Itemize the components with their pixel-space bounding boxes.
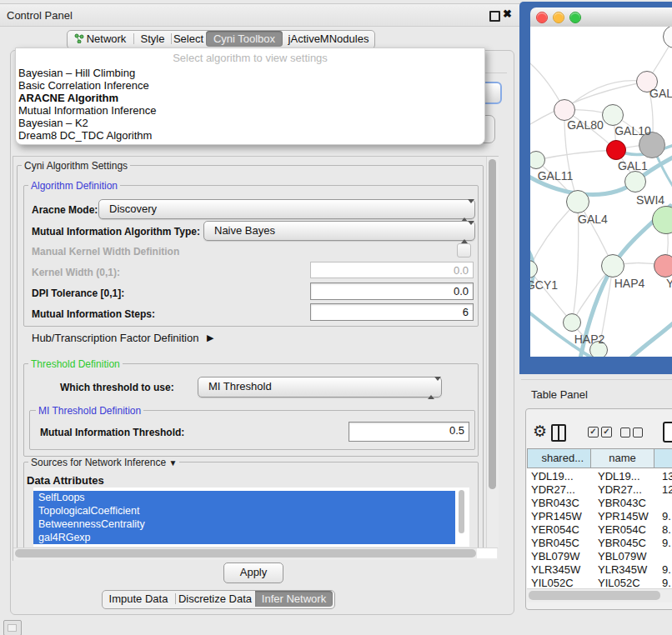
network-node-gal10[interactable]	[602, 104, 624, 126]
list-item[interactable]: gal4RGexp	[33, 531, 455, 544]
network-node-gal4[interactable]	[566, 190, 589, 213]
cell[interactable]: YDL19...	[527, 470, 591, 483]
data-attributes-list[interactable]: SelfLoops TopologicalCoefficient Between…	[33, 488, 469, 547]
cell[interactable]: 9.	[654, 577, 672, 588]
zoom-window-icon[interactable]	[569, 12, 581, 23]
column-header-partial[interactable]	[654, 448, 672, 468]
cell[interactable]: YIL052C	[591, 577, 654, 588]
cell[interactable]: 9.	[654, 563, 672, 577]
network-node-gal1[interactable]	[606, 140, 626, 160]
table-row[interactable]: YBR045CYBR045C9.	[527, 537, 672, 550]
table-row[interactable]: YDR27...YDR27...12	[527, 483, 672, 497]
tab-network[interactable]: Network	[68, 31, 132, 47]
popup-item-bayesian-hill[interactable]: Bayesian – Hill Climbing	[18, 67, 477, 79]
deselect-all-checkbox-icon[interactable]	[620, 428, 630, 438]
popup-item-basic-correlation[interactable]: Basic Correlation Inference	[18, 79, 477, 92]
table-row[interactable]: YDL19...YDL19...13	[527, 470, 672, 483]
cell[interactable]: YLR345W	[591, 563, 654, 577]
kernel-width-field[interactable]: 0.0	[310, 262, 474, 278]
expand-arrow-icon[interactable]: ▶	[207, 332, 213, 343]
network-node-hap4[interactable]	[601, 254, 624, 278]
cell[interactable]: YDR27...	[591, 483, 654, 497]
mi-steps-field[interactable]: 6	[310, 303, 474, 321]
list-item[interactable]: BetweennessCentrality	[33, 518, 455, 531]
column-header-shared-name[interactable]: shared...	[527, 448, 591, 468]
popup-item-mutual-information[interactable]: Mutual Information Inference	[18, 104, 477, 117]
mi-algorithm-type-value: Naive Bayes	[214, 224, 275, 237]
network-node-swi4[interactable]	[624, 171, 646, 192]
minimized-panel-button[interactable]	[3, 620, 22, 635]
select-all-checkbox-icon[interactable]: ✓	[588, 427, 599, 438]
show-columns-icon[interactable]	[551, 424, 566, 442]
apply-button[interactable]: Apply	[223, 562, 283, 583]
network-window-titlebar[interactable]	[530, 8, 672, 28]
network-node-y-partial[interactable]	[654, 254, 672, 278]
tab-jactivemnodules[interactable]: jActiveMNodules	[284, 31, 373, 47]
list-item[interactable]: SelfLoops	[33, 491, 455, 504]
table-row[interactable]: YLR345WYLR345W9.	[527, 563, 672, 577]
cell[interactable]: 8.	[654, 523, 672, 537]
cell[interactable]: YDR27...	[527, 483, 591, 497]
cell[interactable]: YBL079W	[591, 550, 654, 563]
tab-impute-data[interactable]: Impute Data	[103, 591, 173, 607]
gear-icon[interactable]: ⚙	[533, 422, 547, 441]
table-row[interactable]: YBR043CYBR043C	[527, 497, 672, 510]
cell[interactable]: YPR145W	[591, 510, 654, 523]
sources-title-text: Sources for Network Inference	[31, 457, 166, 468]
close-panel-icon[interactable]: ✖	[503, 8, 512, 20]
list-item[interactable]: TopologicalCoefficient	[33, 504, 455, 518]
table-row[interactable]: YPR145WYPR145W9.	[527, 510, 672, 523]
tab-select[interactable]: Select	[173, 31, 204, 47]
cell[interactable]: YBR045C	[527, 537, 591, 550]
table-row[interactable]: YBL079WYBL079W	[527, 550, 672, 563]
cell[interactable]	[654, 497, 672, 510]
table-horizontal-scrollbar-thumb[interactable]	[529, 591, 660, 600]
popup-item-bayesian-k2[interactable]: Bayesian – K2	[18, 117, 477, 129]
table-row[interactable]: YIL052CYIL052C9.	[527, 577, 672, 588]
cell[interactable]: YLR345W	[527, 563, 591, 577]
popup-item-dream8[interactable]: Dream8 DC_TDC Algorithm	[18, 129, 477, 142]
which-threshold-combobox[interactable]: MI Threshold	[198, 377, 442, 398]
node-label: GAL80	[567, 118, 604, 132]
cell[interactable]: 9.	[654, 510, 672, 523]
new-table-icon[interactable]	[663, 422, 672, 442]
minimize-window-icon[interactable]	[553, 12, 564, 23]
table-row[interactable]: YER054CYER054C8.	[527, 523, 672, 537]
cell[interactable]: YER054C	[527, 523, 591, 537]
collapse-arrow-icon[interactable]: ▼	[168, 458, 177, 468]
deselect-all-checkbox-icon[interactable]	[633, 428, 643, 438]
cell[interactable]: YIL052C	[527, 577, 591, 588]
cell[interactable]: YBR043C	[527, 497, 591, 510]
horizontal-scrollbar-thumb[interactable]	[15, 549, 476, 558]
cell[interactable]: YBR045C	[591, 537, 654, 550]
aracne-mode-combobox[interactable]: Discovery	[98, 199, 475, 219]
mi-threshold-field[interactable]: 0.5	[349, 422, 469, 442]
column-header-name[interactable]: name	[591, 448, 654, 468]
cell[interactable]: 12	[654, 483, 672, 497]
cell[interactable]	[654, 550, 672, 563]
tab-discretize-data[interactable]: Discretize Data	[177, 591, 253, 607]
vertical-scrollbar-thumb[interactable]	[489, 159, 496, 489]
mi-algorithm-type-combobox[interactable]: Naive Bayes	[203, 221, 475, 241]
close-window-icon[interactable]	[536, 12, 548, 23]
table-header-row: shared... name	[527, 448, 672, 468]
network-canvas[interactable]: GAL GAL80 GAL10 GAL1 GAL11 SWI4 GAL4 GCY…	[530, 27, 672, 357]
cell[interactable]: YDL19...	[591, 470, 654, 483]
cell[interactable]: 13	[654, 470, 672, 483]
select-all-checkbox-icon[interactable]: ✓	[601, 427, 612, 438]
network-node-hap2[interactable]	[563, 313, 581, 332]
tab-cyni-toolbox[interactable]: Cyni Toolbox	[206, 31, 283, 47]
cell[interactable]: YBL079W	[527, 550, 591, 563]
cell[interactable]: YBR043C	[591, 497, 654, 510]
node-label: GAL11	[538, 169, 574, 182]
cell[interactable]: YER054C	[591, 523, 654, 537]
manual-kernel-width-checkbox[interactable]	[457, 243, 471, 258]
tab-style[interactable]: Style	[135, 31, 170, 47]
cell[interactable]: 9.	[654, 537, 672, 550]
cell[interactable]: YPR145W	[527, 510, 591, 523]
list-scrollbar-thumb[interactable]	[459, 490, 464, 533]
float-panel-icon[interactable]	[489, 11, 500, 22]
dpi-tolerance-field[interactable]: 0.0	[310, 282, 474, 300]
popup-item-aracne[interactable]: ARACNE Algorithm	[18, 92, 477, 104]
tab-infer-network[interactable]: Infer Network	[255, 591, 333, 607]
